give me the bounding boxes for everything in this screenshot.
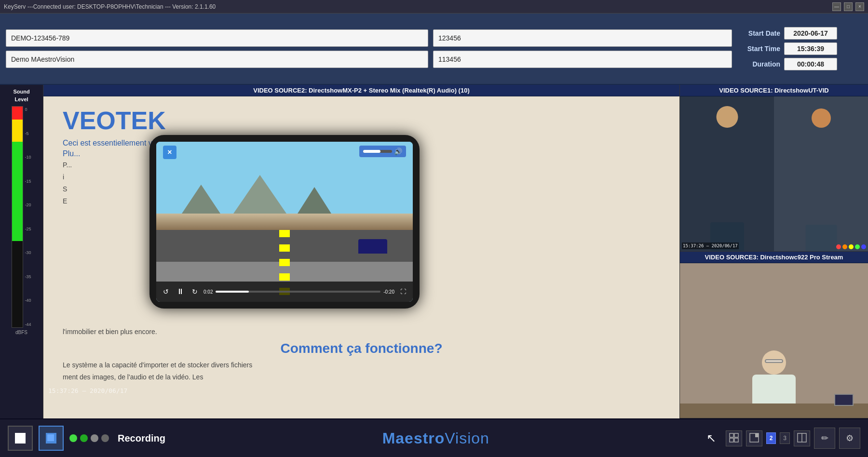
brand-light: Vision (445, 430, 489, 447)
record-icon (46, 433, 56, 444)
start-date-label: Start Date (737, 29, 780, 37)
video-source1-thumb[interactable]: 15:37:26 — 2020/06/17 (680, 96, 868, 251)
svg-rect-3 (734, 438, 738, 442)
fields-right (433, 17, 732, 80)
duration-label: Duration (737, 60, 780, 68)
car-shape (358, 239, 387, 254)
pause-button[interactable]: ⏸ (175, 287, 186, 296)
edit-button[interactable]: ✏ (814, 428, 835, 449)
video-source1-header: VIDEO SOURCE1: DirectshowUT-VID (680, 85, 868, 96)
fields-left (6, 17, 428, 80)
dot-indicators (69, 434, 109, 442)
progress-bar-fill (216, 291, 248, 293)
mountain1 (182, 185, 220, 214)
layout-grid-button[interactable] (726, 430, 742, 446)
minimize-button[interactable]: — (832, 2, 841, 11)
close-button[interactable]: × (855, 2, 864, 11)
layout-3-label: 3 (783, 435, 787, 442)
main-video-frame[interactable]: VEOTEK Ceci est essentiellement votre Yo… (43, 96, 679, 418)
duration-row: Duration 00:00:48 (737, 58, 862, 70)
webpage-body5: l'immobilier et bien plus encore. (63, 327, 660, 337)
video-source3-thumb[interactable] (680, 263, 868, 418)
sound-panel: Sound Level 0 -5 -10 -15 -20 -25 -30 -35… (0, 85, 43, 418)
brand-center: MaestroVision (165, 430, 706, 447)
svg-rect-5 (755, 433, 759, 437)
rewind-button[interactable]: ↺ (160, 288, 172, 296)
record-icon-inner (47, 434, 54, 441)
cam-head-left (716, 106, 738, 128)
main-content: Sound Level 0 -5 -10 -15 -20 -25 -30 -35… (0, 85, 868, 418)
vu-yellow-zone (12, 120, 23, 142)
video-source3-header: VIDEO SOURCE3: Directshowc922 Pro Stream (680, 252, 868, 263)
layout-2-button[interactable]: 2 (766, 432, 776, 444)
src1-dot-orange (842, 244, 847, 249)
source3-background (680, 263, 868, 418)
svg-rect-2 (730, 438, 733, 442)
cursor-area: ↖ (706, 431, 716, 445)
source1-timestamp: 15:37:26 — 2020/06/17 (682, 242, 739, 249)
layout-1-icon (749, 433, 759, 443)
src1-dot-green (855, 244, 860, 249)
cursor-icon: ↖ (706, 431, 716, 444)
layout-1-button[interactable] (746, 430, 762, 446)
stop-icon (15, 433, 26, 444)
title-bar-text: KeyServ ---Connected user: DESKTOP-P8OPH… (4, 3, 216, 10)
record-button[interactable] (39, 426, 64, 451)
fullscreen-button[interactable]: ⛶ (397, 288, 409, 295)
layout-4-icon (797, 433, 807, 443)
progress-bar[interactable] (216, 291, 380, 293)
start-date-value: 2020-06-17 (784, 27, 837, 40)
desk-device (834, 394, 854, 406)
vu-meter (12, 106, 23, 328)
indicator-dot-3 (91, 434, 98, 442)
field3-input[interactable] (433, 29, 732, 47)
player-volume[interactable]: 🔊 (359, 146, 406, 157)
settings-icon: ⚙ (846, 433, 854, 444)
recording-status-label: Recording (118, 433, 165, 444)
cam-person-left (680, 96, 774, 251)
layout-4-button[interactable] (794, 430, 810, 446)
duration-value: 00:00:48 (784, 58, 837, 70)
bottom-bar: Recording MaestroVision ↖ 2 (0, 418, 868, 457)
stop-button[interactable] (8, 426, 33, 451)
src1-dot-yellow (849, 244, 854, 249)
demo-id-input[interactable] (6, 29, 428, 47)
time-remaining: -0:20 (383, 289, 394, 295)
dbfs-label: dBFS (15, 330, 27, 335)
vu-red-zone (12, 107, 23, 120)
video-source1-container: VIDEO SOURCE1: DirectshowUT-VID 15:37:26… (680, 85, 868, 252)
webpage-body7: ment des images, de l'audio et de la vid… (63, 372, 660, 382)
player-close-button[interactable]: × (163, 146, 176, 159)
video-player[interactable]: × 🔊 ↺ ⏸ ↻ 0:02 (156, 142, 413, 302)
cam-person-right (774, 96, 868, 251)
vu-meter-wrapper: 0 -5 -10 -15 -20 -25 -30 -35 -40 -44 (12, 106, 31, 328)
demo-name-input[interactable] (6, 51, 428, 68)
start-time-row: Start Time 15:36:39 (737, 42, 862, 55)
sound-level-label: Level (14, 96, 28, 102)
player-controls-bar[interactable]: ↺ ⏸ ↻ 0:02 -0:20 ⛶ (156, 282, 413, 302)
rec-controls: Recording (8, 426, 165, 451)
webpage-title: VEOTEK (63, 106, 660, 135)
desk-surface (680, 403, 868, 418)
svg-rect-1 (734, 433, 738, 437)
forward-button[interactable]: ↻ (189, 288, 201, 296)
volume-bar-fill (363, 150, 380, 153)
mountain2 (233, 175, 286, 214)
webpage-body6: Le système a la capacité d'importer et d… (63, 360, 660, 370)
layout-3-button[interactable]: 3 (780, 432, 790, 444)
cam-body-right (805, 225, 837, 251)
start-date-row: Start Date 2020-06-17 (737, 27, 862, 40)
settings-button[interactable]: ⚙ (839, 428, 860, 449)
brand-name: MaestroVision (382, 430, 489, 447)
maximize-button[interactable]: □ (844, 2, 853, 11)
field4-input[interactable] (433, 51, 732, 68)
src1-dot-red (836, 244, 841, 249)
main-timestamp: 15:37:26 — 2020/06/17 (48, 387, 127, 394)
layout-2-label: 2 (770, 435, 773, 442)
brand-bold: Maestro (382, 430, 445, 447)
layout-grid-icon (729, 433, 739, 443)
volume-bar-bg (363, 150, 392, 153)
start-time-label: Start Time (737, 45, 780, 53)
edit-icon: ✏ (821, 433, 828, 444)
indicator-dot-4 (101, 434, 109, 442)
